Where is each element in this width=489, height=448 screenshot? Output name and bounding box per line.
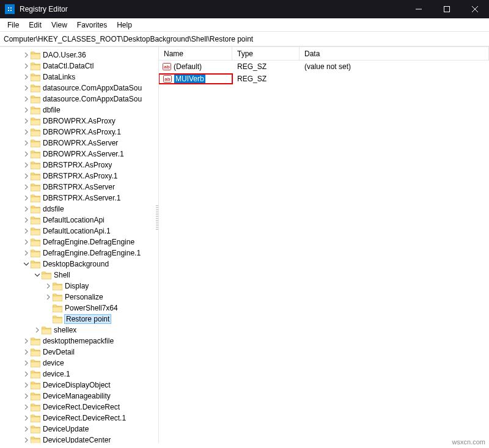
chevron-right-icon[interactable] xyxy=(22,381,31,389)
tree-item[interactable]: DBROWPRX.AsProxy xyxy=(2,116,158,127)
chevron-right-icon[interactable] xyxy=(22,128,31,136)
tree-item[interactable]: DeviceDisplayObject xyxy=(2,380,158,391)
chevron-right-icon[interactable] xyxy=(22,392,31,400)
tree-item[interactable]: DeviceRect.DeviceRect.1 xyxy=(2,413,158,424)
chevron-right-icon[interactable] xyxy=(22,62,31,70)
tree-item[interactable]: datasource.ComAppxDataSou xyxy=(2,83,158,94)
chevron-right-icon[interactable] xyxy=(22,139,31,147)
tree-item-label: device.1 xyxy=(43,370,70,378)
value-name-cell[interactable]: abMUIVerb xyxy=(159,74,232,84)
tree-item[interactable]: device xyxy=(2,358,158,369)
tree-item-label: Restore point xyxy=(65,315,111,323)
value-row[interactable]: ab(Default)REG_SZ(value not set) xyxy=(159,61,489,73)
menu-favorites[interactable]: Favorites xyxy=(72,20,112,31)
tree-item[interactable]: DeviceUpdate xyxy=(2,424,158,435)
tree-item[interactable]: DeviceRect.DeviceRect xyxy=(2,402,158,413)
folder-icon xyxy=(42,271,51,279)
tree-item[interactable]: Shell xyxy=(2,270,158,281)
chevron-right-icon[interactable] xyxy=(22,359,31,367)
tree-item-label: DefragEngine.DefragEngine xyxy=(43,238,134,246)
chevron-right-icon[interactable] xyxy=(22,337,31,345)
tree-item[interactable]: DataLinks xyxy=(2,72,158,83)
tree-item[interactable]: datasource.ComAppxDataSou xyxy=(2,94,158,105)
menu-edit[interactable]: Edit xyxy=(24,20,46,31)
chevron-right-icon[interactable] xyxy=(22,216,31,224)
tree-item[interactable]: DBROWPRX.AsServer.1 xyxy=(2,149,158,160)
tree-item[interactable]: device.1 xyxy=(2,369,158,380)
chevron-right-icon[interactable] xyxy=(22,249,31,257)
minimize-button[interactable] xyxy=(405,0,433,18)
chevron-right-icon[interactable] xyxy=(22,370,31,378)
tree-item[interactable]: Personalize xyxy=(2,292,158,303)
splitter-grip[interactable] xyxy=(156,205,158,230)
tree-item[interactable]: dbfile xyxy=(2,105,158,116)
tree-item-label: DBROWPRX.AsServer xyxy=(43,139,118,147)
tree-item[interactable]: PowerShell7x64 xyxy=(2,303,158,314)
tree-item[interactable]: DataCtl.DataCtl xyxy=(2,61,158,72)
tree-item-label: DataLinks xyxy=(43,73,75,81)
chevron-right-icon[interactable] xyxy=(22,51,31,59)
tree-item[interactable]: DefaultLocationApi.1 xyxy=(2,226,158,237)
tree-item[interactable]: Restore point xyxy=(2,314,158,325)
chevron-down-icon[interactable] xyxy=(22,260,31,268)
chevron-right-icon[interactable] xyxy=(44,293,53,301)
column-header-data[interactable]: Data xyxy=(300,47,489,60)
chevron-right-icon[interactable] xyxy=(22,414,31,422)
chevron-right-icon[interactable] xyxy=(22,238,31,246)
tree-item[interactable]: DefaultLocationApi xyxy=(2,215,158,226)
tree-item[interactable]: DAO.User.36 xyxy=(2,50,158,61)
chevron-right-icon[interactable] xyxy=(22,227,31,235)
column-header-name[interactable]: Name xyxy=(159,47,232,60)
chevron-right-icon[interactable] xyxy=(22,194,31,202)
chevron-right-icon[interactable] xyxy=(22,106,31,114)
column-header-type[interactable]: Type xyxy=(232,47,300,60)
chevron-right-icon[interactable] xyxy=(22,117,31,125)
chevron-right-icon[interactable] xyxy=(22,183,31,191)
chevron-right-icon[interactable] xyxy=(33,326,42,334)
tree-item[interactable]: shellex xyxy=(2,325,158,336)
tree-item[interactable]: DBRSTPRX.AsServer xyxy=(2,182,158,193)
tree-item[interactable]: DBROWPRX.AsServer xyxy=(2,138,158,149)
tree-item[interactable]: Display xyxy=(2,281,158,292)
folder-icon xyxy=(31,161,40,169)
tree-scroll[interactable]: DAO.User.36DataCtl.DataCtlDataLinksdatas… xyxy=(0,47,158,443)
chevron-right-icon[interactable] xyxy=(22,73,31,81)
chevron-right-icon[interactable] xyxy=(22,161,31,169)
value-row[interactable]: abMUIVerbREG_SZ xyxy=(159,73,489,85)
close-button[interactable] xyxy=(461,0,489,18)
chevron-right-icon[interactable] xyxy=(22,150,31,158)
tree-item[interactable]: DBRSTPRX.AsServer.1 xyxy=(2,193,158,204)
tree-item[interactable]: DeviceManageability xyxy=(2,391,158,402)
tree-item[interactable]: DefragEngine.DefragEngine.1 xyxy=(2,248,158,259)
chevron-right-icon[interactable] xyxy=(22,172,31,180)
menu-help[interactable]: Help xyxy=(112,20,137,31)
chevron-right-icon[interactable] xyxy=(22,425,31,433)
chevron-right-icon[interactable] xyxy=(22,205,31,213)
chevron-right-icon[interactable] xyxy=(22,436,31,443)
tree-item-label: Personalize xyxy=(65,293,103,301)
tree-item[interactable]: DesktopBackground xyxy=(2,259,158,270)
tree-item[interactable]: DBRSTPRX.AsProxy xyxy=(2,160,158,171)
folder-icon xyxy=(31,414,40,422)
tree-item[interactable]: DefragEngine.DefragEngine xyxy=(2,237,158,248)
maximize-button[interactable] xyxy=(433,0,461,18)
tree-item[interactable]: DBROWPRX.AsProxy.1 xyxy=(2,127,158,138)
chevron-right-icon[interactable] xyxy=(22,403,31,411)
tree-item[interactable]: desktopthemepackfile xyxy=(2,336,158,347)
chevron-right-icon[interactable] xyxy=(44,282,53,290)
chevron-down-icon[interactable] xyxy=(33,271,42,279)
tree-item[interactable]: DeviceUpdateCenter xyxy=(2,435,158,443)
tree-item-label: Shell xyxy=(54,271,70,279)
menu-file[interactable]: File xyxy=(2,20,24,31)
chevron-right-icon[interactable] xyxy=(22,95,31,103)
tree-item-label: DataCtl.DataCtl xyxy=(43,62,94,70)
menu-view[interactable]: View xyxy=(46,20,72,31)
chevron-right-icon[interactable] xyxy=(22,84,31,92)
addressbar[interactable]: Computer\HKEY_CLASSES_ROOT\DesktopBackgr… xyxy=(0,32,489,46)
tree-item[interactable]: DBRSTPRX.AsProxy.1 xyxy=(2,171,158,182)
value-name-cell[interactable]: ab(Default) xyxy=(159,62,232,71)
tree-item-label: DeviceRect.DeviceRect xyxy=(43,403,120,411)
tree-item[interactable]: ddsfile xyxy=(2,204,158,215)
chevron-right-icon[interactable] xyxy=(22,348,31,356)
tree-item[interactable]: DevDetail xyxy=(2,347,158,358)
